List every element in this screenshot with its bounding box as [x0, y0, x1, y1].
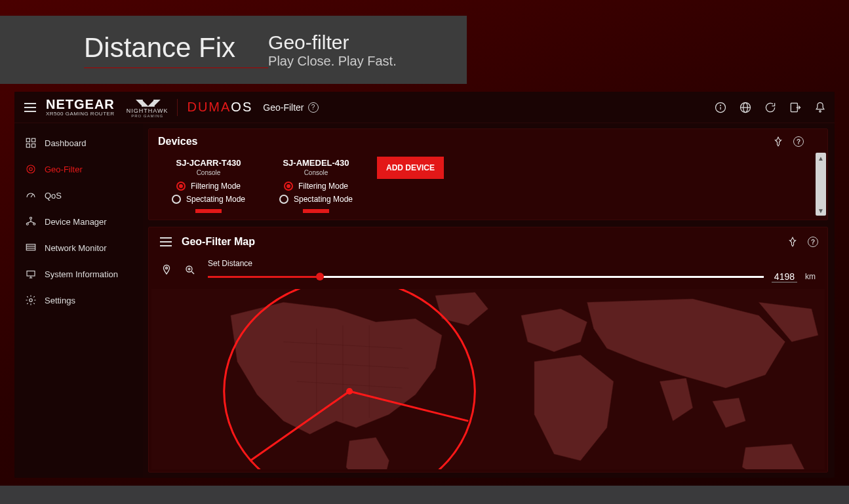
pin-icon[interactable] — [787, 236, 799, 248]
device-name: SJ-AMEDEL-430 — [268, 158, 364, 168]
refresh-icon[interactable] — [764, 101, 777, 114]
banner-title: Geo-filter — [268, 31, 397, 54]
nighthawk-logo: ◥◣◢◤ NIGHTHAWK PRO GAMING — [127, 97, 168, 118]
devices-panel: Devices ? SJ-JCARR-T430 Console Filterin… — [148, 128, 828, 220]
logo-divider — [177, 99, 178, 116]
dumaos-logo: DUMAOS — [187, 100, 252, 115]
notifications-icon[interactable] — [814, 101, 827, 114]
location-pin-icon[interactable] — [161, 264, 172, 278]
logout-icon[interactable] — [789, 101, 802, 114]
slider-thumb[interactable] — [316, 273, 324, 281]
nighthawk-wordmark: NIGHTHAWK — [127, 107, 168, 114]
marketing-banner: Distance Fix Geo-filter Play Close. Play… — [0, 16, 467, 84]
spectating-mode-radio[interactable]: Spectating Mode — [161, 195, 256, 204]
device-card: SJ-JCARR-T430 Console Filtering Mode Spe… — [158, 154, 259, 213]
sidebar-item-label: Geo-Filter — [45, 165, 83, 174]
distance-unit: km — [805, 272, 816, 281]
home-location-icon — [346, 388, 353, 395]
banner-headline: Distance Fix — [84, 32, 268, 68]
svg-rect-8 — [26, 138, 30, 142]
svg-line-14 — [31, 195, 33, 198]
filtering-mode-radio[interactable]: Filtering Mode — [268, 182, 364, 191]
sidebar-item-label: Device Manager — [45, 217, 107, 227]
svg-point-28 — [166, 267, 168, 269]
netgear-wordmark: NETGEAR — [46, 98, 115, 111]
system-icon — [25, 268, 37, 280]
map-panel-title: Geo-Filter Map — [182, 236, 255, 248]
svg-point-2 — [721, 105, 721, 106]
netgear-logo: NETGEAR XR500 GAMING ROUTER — [46, 98, 115, 117]
svg-point-7 — [819, 110, 821, 112]
distance-label: Set Distance — [208, 259, 816, 268]
device-type: Console — [268, 169, 364, 176]
sidebar-item-system-info[interactable]: System Information — [14, 261, 143, 287]
banner-subtitle: Play Close. Play Fast. — [268, 54, 397, 69]
breadcrumb-help-icon[interactable]: ? — [308, 102, 319, 113]
map-menu-icon[interactable] — [158, 234, 174, 250]
panel-help-icon[interactable]: ? — [793, 136, 804, 147]
spectating-mode-radio[interactable]: Spectating Mode — [268, 195, 364, 204]
sidebar-item-network-monitor[interactable]: Network Monitor — [14, 235, 143, 261]
svg-point-17 — [33, 223, 35, 225]
svg-point-15 — [30, 217, 32, 219]
sidebar-item-geofilter[interactable]: Geo-Filter — [14, 156, 143, 182]
monitor-icon — [25, 242, 37, 254]
distance-value[interactable]: 4198 — [772, 271, 797, 282]
sidebar-item-label: Settings — [45, 296, 75, 305]
sidebar-item-settings[interactable]: Settings — [14, 287, 143, 313]
panel-help-icon[interactable]: ? — [808, 237, 818, 247]
breadcrumb: Geo-Filter ? — [263, 102, 318, 113]
app-window: NETGEAR XR500 GAMING ROUTER ◥◣◢◤ NIGHTHA… — [14, 92, 835, 478]
device-type: Console — [161, 169, 256, 176]
sidebar-item-label: System Information — [45, 269, 118, 279]
svg-line-19 — [28, 222, 31, 223]
device-indicator — [195, 209, 222, 213]
svg-point-27 — [30, 299, 33, 302]
sidebar-item-label: Dashboard — [45, 138, 87, 148]
nighthawk-sub: PRO GAMING — [131, 114, 163, 118]
dumaos-duma: DUMA — [187, 100, 231, 114]
scroll-down-arrow[interactable]: ▼ — [816, 205, 826, 216]
svg-rect-24 — [27, 271, 35, 277]
add-device-button[interactable]: ADD DEVICE — [377, 157, 444, 179]
pin-icon[interactable] — [772, 136, 784, 147]
breadcrumb-label: Geo-Filter — [263, 102, 304, 113]
globe-icon[interactable] — [739, 101, 752, 114]
network-icon — [25, 216, 37, 227]
os-taskbar — [0, 486, 849, 504]
devices-scrollbar[interactable]: ▲ ▼ — [816, 153, 826, 216]
sidebar-item-qos[interactable]: QoS — [14, 182, 143, 208]
target-icon — [25, 163, 37, 175]
devices-panel-title: Devices — [158, 136, 198, 147]
radio-label: Filtering Mode — [298, 182, 348, 191]
dashboard-icon — [25, 137, 37, 149]
svg-line-20 — [31, 222, 34, 223]
radio-label: Filtering Mode — [191, 182, 241, 191]
svg-rect-10 — [26, 144, 30, 147]
zoom-icon[interactable] — [184, 264, 196, 278]
radio-label: Spectating Mode — [186, 195, 245, 204]
device-indicator — [303, 209, 329, 213]
radio-label: Spectating Mode — [294, 195, 353, 204]
menu-toggle-button[interactable] — [22, 100, 38, 115]
scroll-up-arrow[interactable]: ▲ — [816, 153, 826, 163]
device-name: SJ-JCARR-T430 — [161, 158, 256, 168]
svg-point-13 — [30, 168, 33, 171]
netgear-subtitle: XR500 GAMING ROUTER — [46, 111, 115, 117]
sidebar-item-device-manager[interactable]: Device Manager — [14, 208, 143, 235]
main-content: Devices ? SJ-JCARR-T430 Console Filterin… — [143, 123, 835, 478]
topbar: NETGEAR XR500 GAMING ROUTER ◥◣◢◤ NIGHTHA… — [14, 92, 835, 123]
world-map[interactable] — [151, 289, 825, 469]
svg-point-16 — [26, 223, 28, 225]
sidebar-item-label: QoS — [45, 191, 62, 201]
sidebar-item-dashboard[interactable]: Dashboard — [14, 130, 143, 156]
distance-slider[interactable] — [208, 271, 764, 282]
info-icon[interactable] — [714, 101, 727, 114]
dumaos-os: OS — [231, 100, 252, 114]
sidebar: Dashboard Geo-Filter QoS Device Manager … — [14, 123, 143, 478]
filtering-mode-radio[interactable]: Filtering Mode — [161, 182, 256, 191]
sidebar-item-label: Network Monitor — [45, 243, 107, 253]
gauge-icon — [25, 189, 37, 201]
geofilter-map-panel: Geo-Filter Map ? Set Distance — [148, 227, 828, 473]
gear-icon — [25, 294, 37, 306]
